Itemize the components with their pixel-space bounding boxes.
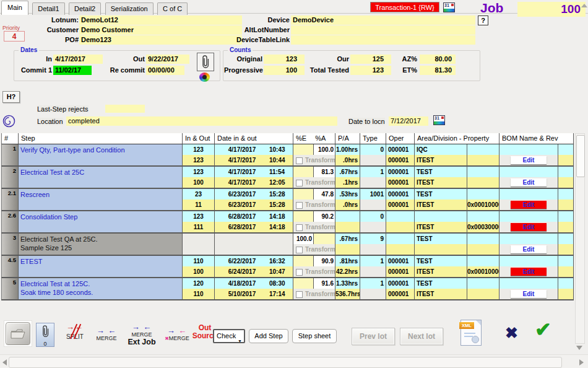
step-name[interactable]: Electrical Test QA at 25C.Sample Size 12… (19, 234, 183, 255)
date-in-cell: 4/17/201710:43 (215, 144, 293, 155)
step-name[interactable]: Electrical Test at 25C (19, 167, 183, 188)
step-name[interactable]: Consolidation Step (19, 211, 183, 232)
step-sheet-button[interactable]: Step sheet (292, 329, 337, 343)
pct-e-cell[interactable] (293, 167, 314, 177)
type-cell: 1 (360, 167, 386, 177)
area-in-cell: TEST (415, 189, 467, 199)
edit-bom-button[interactable]: Edit (511, 201, 547, 209)
property-out-cell (467, 177, 499, 188)
area-in-cell: IQC (415, 144, 467, 155)
scroll-down-arrow[interactable] (576, 346, 582, 350)
rev-in-cell (558, 234, 574, 244)
pct-a-cell[interactable]: 47.8 (314, 189, 335, 199)
xmerge-button[interactable]: → ← ✖MERGE (162, 326, 192, 341)
row-separator (1, 299, 574, 300)
col-header-type: Type (360, 133, 386, 144)
pa-hours-out-cell: 42.2hrs (335, 266, 360, 277)
edit-bom-button[interactable]: Edit (511, 268, 547, 276)
scroll-right-arrow[interactable] (579, 359, 584, 366)
horizontal-scrollbar[interactable] (0, 354, 588, 368)
pct-e-cell[interactable] (293, 144, 314, 155)
date-in-cell: 6/23/201715:28 (215, 189, 293, 199)
next-lot-button[interactable]: Next lot (400, 328, 443, 345)
pa-hours-in-cell: 1.00hrs (335, 144, 360, 155)
confirm-icon[interactable]: ✔ (535, 318, 551, 341)
area-in-cell: TEST (415, 278, 467, 289)
pct-e-cell[interactable]: 100.0 (293, 234, 314, 244)
property-out-cell: 0x00010000 (467, 199, 499, 210)
vertical-scrollbar[interactable] (575, 133, 585, 344)
split-button[interactable]: →← SPLIT (61, 323, 89, 340)
horizontal-scrollbar-thumb[interactable] (9, 357, 562, 368)
qty-in-cell (183, 234, 215, 244)
check-dropdown[interactable]: Check ▼ (213, 329, 245, 343)
step-name[interactable]: Rescreen (19, 189, 183, 210)
edit-bom-button[interactable]: Edit (511, 178, 547, 186)
transform-checkbox[interactable]: Transform (293, 222, 335, 232)
step-name[interactable]: Verify Qty, Part-type and Condition (19, 144, 183, 165)
transform-checkbox[interactable]: Transform (293, 199, 335, 210)
transform-checkbox[interactable]: Transform (293, 155, 335, 165)
pct-a-cell[interactable]: 90.2 (314, 211, 335, 222)
qty-out-cell: 111 (183, 222, 215, 232)
edit-bom-button[interactable]: Edit (511, 290, 547, 298)
checkbox-icon[interactable] (296, 202, 303, 209)
rev-out-cell (558, 289, 574, 299)
doc-line-icon (464, 336, 473, 337)
rev-out-cell (558, 155, 574, 165)
date-out-cell: 6/24/201710:47 (215, 266, 293, 277)
transform-checkbox[interactable]: Transform (293, 177, 335, 188)
scroll-left-arrow[interactable] (2, 359, 7, 366)
pa-hours-out-cell (335, 222, 360, 232)
step-number: 5 (1, 278, 19, 299)
merge-ext-job-button[interactable]: → ← MERGE Ext Job (124, 323, 160, 346)
rev-out-cell (558, 199, 574, 210)
paperclip-icon (42, 324, 49, 339)
prev-lot-button[interactable]: Prev lot (352, 328, 395, 345)
pct-e-cell[interactable] (293, 189, 314, 199)
edit-bom-button[interactable]: Edit (511, 223, 547, 231)
oper-in-cell: 000001 (386, 167, 415, 177)
step-name[interactable]: ETEST (19, 256, 183, 277)
merge-button[interactable]: → ← MERGE (93, 326, 120, 341)
pct-e-cell[interactable] (293, 256, 314, 266)
pct-e-cell[interactable] (293, 278, 314, 289)
attachments-button[interactable]: 0 (36, 323, 54, 347)
step-name[interactable]: Electrical Test at 125C.Soak time 180 se… (19, 278, 183, 299)
checkbox-icon[interactable] (296, 247, 303, 253)
bom-in-cell (499, 144, 558, 155)
xml-export-button[interactable]: XML (460, 320, 482, 346)
step-number: 3 (1, 234, 19, 255)
vertical-scrollbar-thumb[interactable] (576, 135, 585, 177)
open-folder-button[interactable] (6, 322, 30, 345)
tab-main[interactable]: Main (1, 1, 28, 15)
bom-in-cell (499, 234, 558, 244)
merge-ext-arrows-icon: → ← (124, 323, 160, 331)
add-step-button[interactable]: Add Step (249, 329, 288, 343)
pct-a-cell[interactable]: 90.9 (314, 256, 335, 266)
checkbox-icon[interactable] (296, 291, 303, 298)
transform-checkbox[interactable]: Transform (293, 289, 335, 299)
oper-in-cell (386, 234, 415, 244)
pct-a-cell[interactable] (314, 234, 335, 244)
transform-checkbox[interactable]: Transform (293, 244, 335, 255)
pct-e-cell[interactable] (293, 211, 314, 222)
checkbox-icon[interactable] (296, 180, 303, 186)
pct-a-cell[interactable]: 81.3 (314, 167, 335, 177)
bom-out-cell: Edit (499, 289, 558, 299)
transform-checkbox[interactable]: Transform (293, 266, 335, 277)
pa-hours-out-cell: .1hrs (335, 177, 360, 188)
col-header-in-out: In & Out (183, 133, 215, 144)
pct-a-cell[interactable]: 100.0 (314, 144, 335, 155)
property-out-cell: 0x00030000 (467, 222, 499, 232)
checkbox-icon[interactable] (296, 224, 303, 231)
pa-hours-in-cell: 1.33hrs (335, 278, 360, 289)
checkbox-icon[interactable] (296, 157, 303, 164)
pct-a-cell[interactable]: 91.6 (314, 278, 335, 289)
oper-in-cell: 000001 (386, 144, 415, 155)
edit-bom-button[interactable]: Edit (511, 245, 547, 253)
edit-bom-button[interactable]: Edit (511, 156, 547, 164)
bom-in-cell (499, 211, 558, 222)
cancel-icon[interactable]: ✖ (505, 324, 518, 342)
checkbox-icon[interactable] (296, 269, 303, 276)
